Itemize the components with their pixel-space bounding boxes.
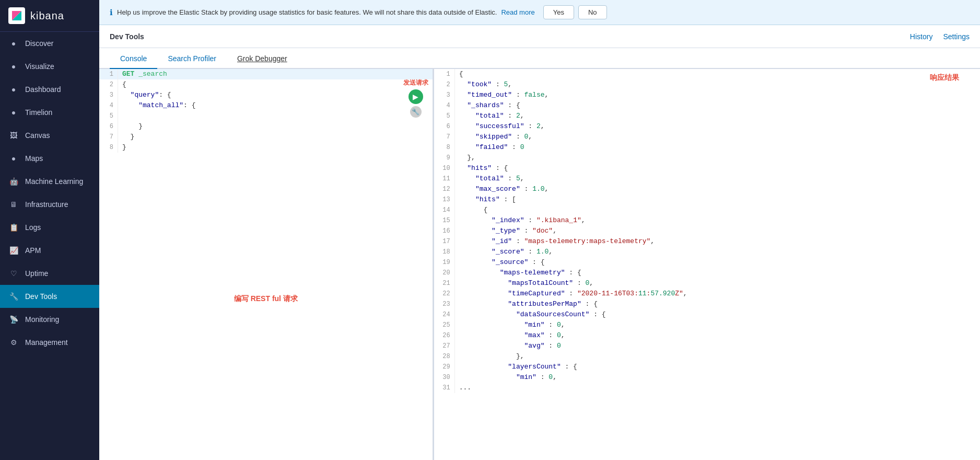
banner-read-more-link[interactable]: Read more: [501, 8, 534, 16]
sidebar-item-dashboard[interactable]: ●Dashboard: [0, 78, 99, 101]
response-line-number: 4: [434, 100, 455, 111]
line-number: 5: [99, 111, 118, 121]
sidebar-item-label-canvas: Canvas: [25, 131, 50, 140]
query-line: 6 }: [99, 121, 433, 132]
response-line-number: 22: [434, 289, 455, 299]
sidebar-item-apm[interactable]: 📈APM: [0, 239, 99, 262]
response-line: 11 "total" : 5,: [434, 174, 980, 184]
response-line-number: 24: [434, 309, 455, 320]
response-line: 24 "dataSourcesCount" : {: [434, 309, 980, 320]
response-line-number: 25: [434, 320, 455, 330]
sidebar-item-machine-learning[interactable]: 🤖Machine Learning: [0, 170, 99, 193]
response-line: 14 {: [434, 205, 980, 215]
line-number: 7: [99, 132, 118, 142]
response-line: 19 "_source" : {: [434, 257, 980, 268]
settings-action[interactable]: Settings: [943, 26, 970, 47]
response-line-content: "max_score" : 1.0,: [459, 184, 549, 194]
sidebar-item-monitoring[interactable]: 📡Monitoring: [0, 308, 99, 331]
sidebar-item-label-logs: Logs: [25, 223, 41, 232]
devtools-title: Dev Tools: [110, 26, 144, 47]
response-line-content: "_source" : {: [459, 257, 545, 268]
sidebar: kibana ●Discover●Visualize●Dashboard●Tim…: [0, 0, 99, 460]
sidebar-item-label-discover: Discover: [25, 39, 53, 48]
devtools-actions: History Settings: [910, 26, 970, 47]
response-line-number: 10: [434, 163, 455, 174]
sidebar-item-uptime[interactable]: ♡Uptime: [0, 262, 99, 285]
banner-button-group: Yes No: [543, 5, 607, 19]
response-line: 28 },: [434, 351, 980, 362]
query-editor[interactable]: 1GET _search2{3 "query": {4 "match_all":…: [99, 69, 433, 460]
sidebar-item-label-maps: Maps: [25, 154, 43, 163]
response-line: 4 "_shards" : {: [434, 100, 980, 111]
response-line: 5 "total" : 2,: [434, 111, 980, 121]
banner-yes-button[interactable]: Yes: [543, 5, 574, 19]
sidebar-item-maps[interactable]: ●Maps: [0, 147, 99, 170]
monitoring-icon: 📡: [8, 314, 19, 325]
line-number: 3: [99, 90, 118, 100]
telemetry-banner: ℹ Help us improve the Elastic Stack by p…: [99, 0, 980, 25]
response-panel: 响应结果 1{2 "took" : 5,3 "timed_out" : fals…: [434, 69, 980, 460]
tab-search-profiler[interactable]: Search Profiler: [157, 48, 227, 69]
line-content: "match_all": {: [122, 100, 195, 111]
tab-grok-debugger[interactable]: Grok Debugger: [227, 48, 298, 69]
ml-icon: 🤖: [8, 176, 19, 187]
history-action[interactable]: History: [910, 26, 933, 47]
response-line: 23 "attributesPerMap" : {: [434, 299, 980, 309]
response-line: 2 "took" : 5,: [434, 79, 980, 90]
banner-no-button[interactable]: No: [578, 5, 607, 19]
wave-icon: ●: [8, 107, 19, 118]
response-line-content: "hits" : {: [459, 163, 508, 174]
line-number: 8: [99, 142, 118, 153]
response-line-number: 28: [434, 351, 455, 362]
tabs-bar: Console Search Profiler Grok Debugger: [99, 48, 980, 69]
sidebar-item-timelion[interactable]: ●Timelion: [0, 101, 99, 124]
sidebar-item-visualize[interactable]: ●Visualize: [0, 55, 99, 78]
tab-console[interactable]: Console: [110, 48, 157, 69]
response-line: 12 "max_score" : 1.0,: [434, 184, 980, 194]
response-line-content: "took" : 5,: [459, 79, 512, 90]
compass-icon: ●: [8, 38, 19, 49]
action-overlay: 发送请求 ▶ 🔧: [403, 78, 428, 118]
sidebar-item-management[interactable]: ⚙Management: [0, 331, 99, 354]
response-line: 25 "min" : 0,: [434, 320, 980, 330]
response-line-number: 27: [434, 341, 455, 351]
logs-icon: 📋: [8, 222, 19, 233]
response-line-number: 12: [434, 184, 455, 194]
line-number: 4: [99, 100, 118, 111]
sidebar-logo: kibana: [0, 0, 99, 32]
grid-icon: ●: [8, 84, 19, 95]
sidebar-item-discover[interactable]: ●Discover: [0, 32, 99, 55]
response-line-content: "total" : 5,: [459, 174, 524, 184]
sidebar-item-dev-tools[interactable]: 🔧Dev Tools: [0, 285, 99, 308]
response-line-number: 5: [434, 111, 455, 121]
response-line-content: "dataSourcesCount" : {: [459, 309, 606, 320]
sidebar-item-canvas[interactable]: 🖼Canvas: [0, 124, 99, 147]
response-line-number: 31: [434, 383, 455, 393]
sidebar-item-label-apm: APM: [25, 246, 41, 255]
response-line: 17 "_id" : "maps-telemetry:maps-telemetr…: [434, 236, 980, 247]
line-number: 2: [99, 79, 118, 90]
response-line-content: "_type" : "doc",: [459, 226, 557, 236]
sidebar-item-label-timelion: Timelion: [25, 108, 52, 117]
line-content: GET _search: [122, 69, 167, 79]
response-line: 10 "hits" : {: [434, 163, 980, 174]
response-line-content: "failed" : 0: [459, 142, 524, 153]
sidebar-item-label-monitoring: Monitoring: [25, 315, 59, 324]
sidebar-item-logs[interactable]: 📋Logs: [0, 216, 99, 239]
sidebar-item-infrastructure[interactable]: 🖥Infrastructure: [0, 193, 99, 216]
response-line: 22 "timeCaptured" : "2020-11-16T03:11:57…: [434, 289, 980, 299]
sidebar-item-label-management: Management: [25, 338, 68, 347]
response-line-content: "min" : 0,: [459, 320, 565, 330]
sidebar-item-label-machine-learning: Machine Learning: [25, 177, 83, 186]
response-line-number: 15: [434, 215, 455, 226]
response-line-content: "_id" : "maps-telemetry:maps-telemetry",: [459, 236, 655, 247]
response-line: 31...: [434, 383, 980, 393]
response-line-number: 14: [434, 205, 455, 215]
response-line-content: "_shards" : {: [459, 100, 520, 111]
response-line: 27 "avg" : 0: [434, 341, 980, 351]
response-line-content: },: [459, 153, 475, 163]
response-line-number: 17: [434, 236, 455, 247]
query-options-button[interactable]: 🔧: [410, 106, 422, 118]
execute-query-button[interactable]: ▶: [409, 89, 423, 104]
response-line-number: 7: [434, 132, 455, 142]
